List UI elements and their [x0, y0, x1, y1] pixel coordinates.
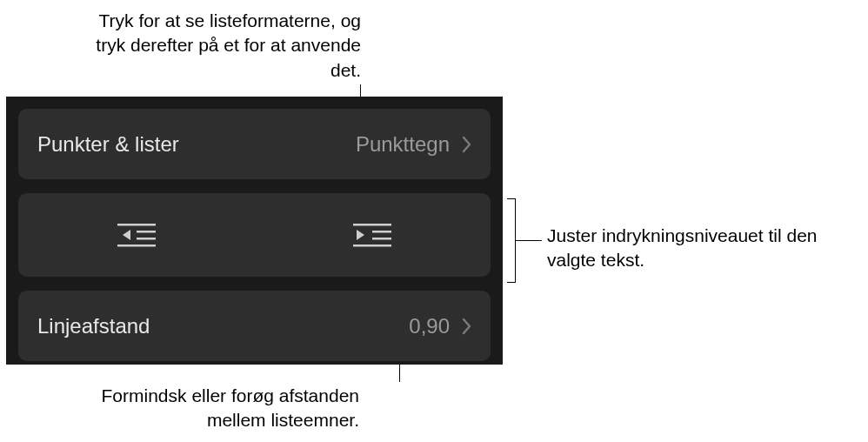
line-spacing-value-group: 0,90 — [409, 314, 471, 338]
line-spacing-row[interactable]: Linjeafstand 0,90 — [18, 291, 491, 361]
indent-row — [18, 193, 491, 277]
svg-marker-4 — [123, 230, 130, 240]
bullets-lists-label: Punkter & lister — [37, 132, 179, 157]
bullets-lists-row[interactable]: Punkter & lister Punkttegn — [18, 109, 491, 179]
bullets-lists-value: Punkttegn — [356, 132, 450, 157]
bullets-lists-value-group: Punkttegn — [356, 132, 471, 157]
line-spacing-value: 0,90 — [409, 314, 450, 338]
svg-rect-1 — [137, 231, 156, 233]
increase-indent-icon — [353, 222, 391, 248]
svg-rect-3 — [117, 244, 156, 247]
callout-line-spacing: Formindsk eller forøg afstanden mellem l… — [55, 384, 359, 433]
svg-rect-5 — [353, 224, 391, 226]
svg-rect-6 — [372, 231, 391, 233]
formatting-panel: Punkter & lister Punkttegn — [6, 97, 503, 365]
callout-indent-level: Juster indrykningsniveauet til den valgt… — [547, 224, 860, 273]
svg-marker-9 — [357, 230, 364, 240]
svg-rect-8 — [353, 244, 391, 247]
callout-line — [516, 240, 542, 241]
svg-rect-7 — [372, 238, 391, 240]
chevron-right-icon — [462, 136, 471, 153]
callout-bracket — [507, 198, 516, 283]
line-spacing-label: Linjeafstand — [37, 314, 150, 338]
svg-rect-0 — [117, 224, 156, 226]
chevron-right-icon — [462, 318, 471, 335]
decrease-indent-icon — [117, 222, 156, 248]
decrease-indent-button[interactable] — [18, 193, 255, 277]
svg-rect-2 — [137, 238, 156, 240]
increase-indent-button[interactable] — [255, 193, 491, 277]
callout-list-formats: Tryk for at se listeformaterne, og tryk … — [65, 9, 361, 83]
